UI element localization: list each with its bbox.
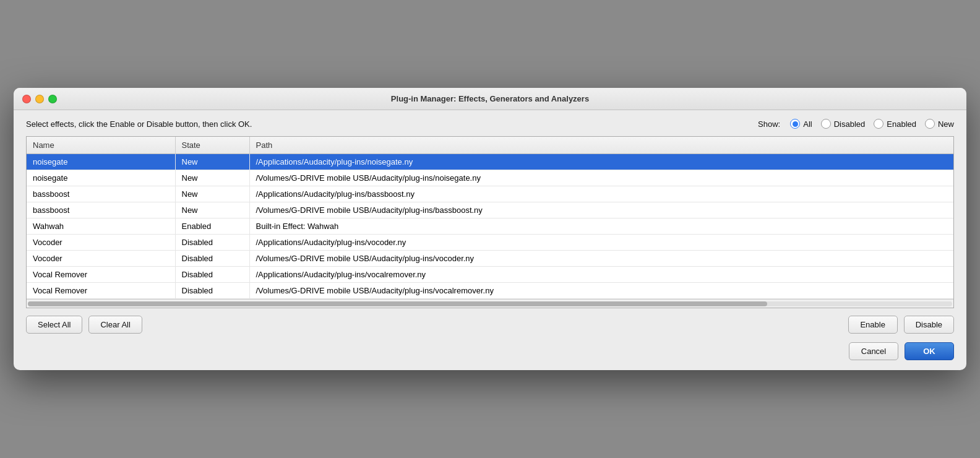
cell-name: Vocal Remover bbox=[27, 267, 175, 283]
cell-path: /Applications/Audacity/plug-ins/vocalrem… bbox=[249, 267, 953, 283]
toolbar: Select effects, click the Enable or Disa… bbox=[26, 119, 954, 129]
cell-state: Disabled bbox=[175, 251, 249, 267]
cell-path: /Applications/Audacity/plug-ins/noisegat… bbox=[249, 154, 953, 170]
plugin-table: Name State Path noisegateNew/Application… bbox=[27, 137, 953, 299]
main-window: Plug-in Manager: Effects, Generators and… bbox=[14, 88, 966, 370]
cell-name: Vocoder bbox=[27, 235, 175, 251]
radio-disabled-label: Disabled bbox=[834, 119, 866, 129]
radio-circle-disabled bbox=[821, 119, 831, 129]
radio-circle-enabled bbox=[874, 119, 883, 129]
cell-state: Disabled bbox=[175, 283, 249, 299]
disable-button[interactable]: Disable bbox=[904, 316, 954, 334]
left-button-group: Select All Clear All bbox=[26, 316, 142, 334]
radio-group: All Disabled Enabled New bbox=[790, 119, 954, 129]
cell-state: Enabled bbox=[175, 218, 249, 235]
col-header-state: State bbox=[175, 137, 249, 154]
radio-circle-new bbox=[925, 119, 935, 129]
radio-all[interactable]: All bbox=[790, 119, 812, 129]
cell-path: /Volumes/G-DRIVE mobile USB/Audacity/plu… bbox=[249, 251, 953, 267]
cell-state: New bbox=[175, 186, 249, 202]
close-button[interactable] bbox=[22, 95, 31, 103]
radio-new-label: New bbox=[938, 119, 954, 129]
table-row[interactable]: VocoderDisabled/Applications/Audacity/pl… bbox=[27, 235, 953, 251]
titlebar: Plug-in Manager: Effects, Generators and… bbox=[14, 88, 966, 110]
cell-name: noisegate bbox=[27, 170, 175, 186]
cell-path: Built-in Effect: Wahwah bbox=[249, 218, 953, 235]
radio-enabled[interactable]: Enabled bbox=[874, 119, 916, 129]
table-row[interactable]: bassboostNew/Applications/Audacity/plug-… bbox=[27, 186, 953, 202]
col-header-path: Path bbox=[249, 137, 953, 154]
right-button-group: Enable Disable bbox=[848, 316, 954, 334]
radio-all-label: All bbox=[803, 119, 812, 129]
cell-name: Vocal Remover bbox=[27, 283, 175, 299]
radio-enabled-label: Enabled bbox=[887, 119, 916, 129]
cell-path: /Applications/Audacity/plug-ins/bassboos… bbox=[249, 186, 953, 202]
content-area: Select effects, click the Enable or Disa… bbox=[14, 110, 966, 370]
traffic-lights bbox=[22, 95, 57, 103]
table-row[interactable]: noisegateNew/Volumes/G-DRIVE mobile USB/… bbox=[27, 170, 953, 186]
radio-circle-all bbox=[790, 119, 800, 129]
horizontal-scrollbar[interactable] bbox=[27, 299, 953, 308]
table-row[interactable]: Vocal RemoverDisabled/Volumes/G-DRIVE mo… bbox=[27, 283, 953, 299]
table-row[interactable]: noisegateNew/Applications/Audacity/plug-… bbox=[27, 154, 953, 170]
cell-state: New bbox=[175, 170, 249, 186]
table-row[interactable]: Vocal RemoverDisabled/Applications/Audac… bbox=[27, 267, 953, 283]
cell-path: /Volumes/G-DRIVE mobile USB/Audacity/plu… bbox=[249, 202, 953, 218]
action-buttons-row: Select All Clear All Enable Disable bbox=[26, 316, 954, 334]
minimize-button[interactable] bbox=[35, 95, 44, 103]
table-body: noisegateNew/Applications/Audacity/plug-… bbox=[27, 154, 953, 299]
clear-all-button[interactable]: Clear All bbox=[88, 316, 142, 334]
show-label: Show: bbox=[758, 119, 780, 129]
cell-name: Wahwah bbox=[27, 218, 175, 235]
cell-path: /Volumes/G-DRIVE mobile USB/Audacity/plu… bbox=[249, 170, 953, 186]
instruction-text: Select effects, click the Enable or Disa… bbox=[26, 119, 252, 129]
plugin-table-container: Name State Path noisegateNew/Application… bbox=[26, 136, 954, 308]
table-scroll[interactable]: Name State Path noisegateNew/Application… bbox=[27, 137, 953, 299]
radio-new[interactable]: New bbox=[925, 119, 954, 129]
cell-state: New bbox=[175, 154, 249, 170]
table-header-row: Name State Path bbox=[27, 137, 953, 154]
scrollbar-track bbox=[28, 301, 952, 306]
cell-state: New bbox=[175, 202, 249, 218]
cell-path: /Applications/Audacity/plug-ins/vocoder.… bbox=[249, 235, 953, 251]
table-row[interactable]: WahwahEnabledBuilt-in Effect: Wahwah bbox=[27, 218, 953, 235]
table-row[interactable]: bassboostNew/Volumes/G-DRIVE mobile USB/… bbox=[27, 202, 953, 218]
table-row[interactable]: VocoderDisabled/Volumes/G-DRIVE mobile U… bbox=[27, 251, 953, 267]
cancel-button[interactable]: Cancel bbox=[849, 342, 898, 360]
cell-name: noisegate bbox=[27, 154, 175, 170]
ok-button[interactable]: OK bbox=[905, 342, 954, 360]
cell-path: /Volumes/G-DRIVE mobile USB/Audacity/plu… bbox=[249, 283, 953, 299]
cell-name: Vocoder bbox=[27, 251, 175, 267]
select-all-button[interactable]: Select All bbox=[26, 316, 82, 334]
cell-name: bassboost bbox=[27, 186, 175, 202]
cell-state: Disabled bbox=[175, 235, 249, 251]
col-header-name: Name bbox=[27, 137, 175, 154]
radio-disabled[interactable]: Disabled bbox=[821, 119, 866, 129]
window-title: Plug-in Manager: Effects, Generators and… bbox=[391, 94, 589, 103]
cell-name: bassboost bbox=[27, 202, 175, 218]
show-filter: Show: All Disabled Enabled bbox=[758, 119, 954, 129]
scrollbar-thumb[interactable] bbox=[28, 301, 767, 306]
footer-buttons: Cancel OK bbox=[26, 342, 954, 360]
cell-state: Disabled bbox=[175, 267, 249, 283]
enable-button[interactable]: Enable bbox=[848, 316, 898, 334]
maximize-button[interactable] bbox=[48, 95, 57, 103]
